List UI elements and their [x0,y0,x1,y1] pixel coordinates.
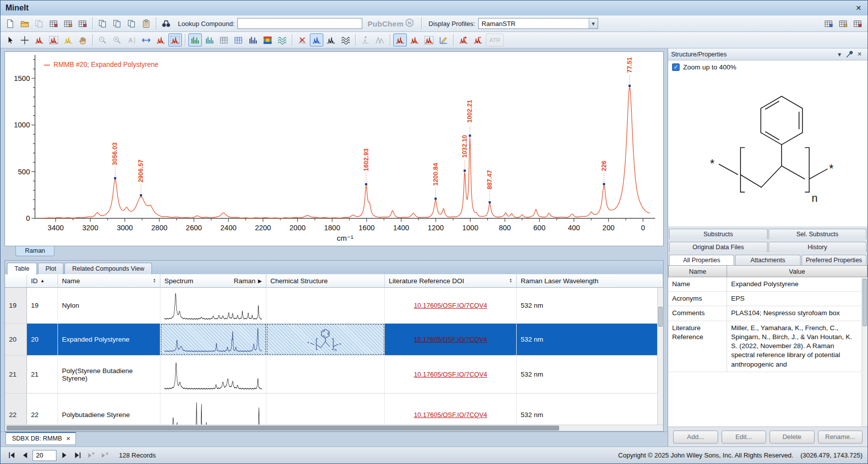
region-select-tool-icon[interactable] [47,33,60,46]
peak-pick-tool-icon[interactable] [32,33,46,46]
atr-correction-button[interactable]: ATR [486,33,504,46]
property-row[interactable]: Name Expanded Polystyrene [668,277,862,292]
tick-marks-icon[interactable] [217,33,231,46]
copy-structure-icon[interactable] [110,17,124,30]
column-header-id[interactable]: ID ▲ [27,274,58,287]
tab-raman[interactable]: Raman [15,246,54,256]
table-row[interactable]: 22 22 Polybutadiene Styrene 10.17605/OSF… [5,394,663,425]
column-header-doi[interactable]: Literature Reference DOI ▲▼ [385,274,517,287]
column-header-chemical-structure[interactable]: Chemical Structure [266,274,385,287]
all-peaks-icon[interactable] [393,33,407,46]
peaks-display-icon[interactable] [154,33,167,46]
cell-structure[interactable] [266,394,385,425]
full-scale-x-icon[interactable] [139,33,153,46]
sort-ascending-icon[interactable]: ▲ [40,278,45,283]
table-add-icon[interactable] [47,17,60,30]
column-header-spectrum[interactable]: Spectrum Raman ▶ [160,274,266,287]
first-record-button[interactable] [5,450,17,461]
tab-all-properties[interactable]: All Properties [669,255,734,265]
compare-peaks-icon[interactable] [373,33,387,46]
expand-column-icon[interactable]: ▶ [258,278,262,284]
table-export-icon[interactable] [76,17,89,30]
grid-header-value[interactable]: Value [727,265,868,277]
sort-toggle-icon[interactable]: ▲▼ [509,278,512,283]
doi-link[interactable]: 10.17605/OSF.IO/7CQV4 [414,371,487,378]
close-tab-icon[interactable]: ✕ [66,436,70,442]
spectrum-display-1-icon[interactable] [324,33,338,46]
axes-display-icon[interactable] [203,33,216,46]
open-file-icon[interactable] [18,17,31,30]
cell-spectrum[interactable] [160,356,266,393]
table-horizontal-scrollbar[interactable] [5,425,663,431]
structure-drawing[interactable]: * * n [672,71,864,223]
grid-header-name[interactable]: Name [668,265,727,277]
scrollbar-thumb[interactable] [6,426,559,431]
hide-spectrum-icon[interactable] [295,33,309,46]
doi-link[interactable]: 10.17605/OSF.IO/7CQV4 [414,302,487,309]
rename-button[interactable]: Rename... [818,431,863,444]
display-profiles-dropdown[interactable]: RamanSTR ▼ [478,18,598,29]
copy-spectrum-icon[interactable] [125,17,138,30]
column-header-name[interactable]: Name ▲▼ [58,274,160,287]
annotate-text-icon[interactable]: A [125,33,138,46]
tab-substructs[interactable]: Substructs [669,229,768,239]
major-peaks-icon[interactable] [408,33,421,46]
panel-menu-icon[interactable]: ▼ [835,50,845,59]
tab-attachments[interactable]: Attachments [735,255,800,265]
show-spectrum-icon[interactable] [310,33,323,46]
record-number-input[interactable] [32,450,56,461]
panel-close-icon[interactable]: ✕ [855,50,865,59]
table-structure-view-icon[interactable] [837,17,850,30]
baseline-edit-icon[interactable] [437,33,450,46]
grid-display-icon[interactable] [188,33,202,46]
offset-spectra-icon[interactable] [359,33,372,46]
cell-spectrum[interactable] [160,394,266,425]
heatmap-view-icon[interactable] [261,33,274,46]
property-row[interactable]: Literature Reference Miller, E., Yamahar… [668,321,862,372]
crosshair-tool-icon[interactable] [18,33,31,46]
table-row[interactable]: 21 21 Poly(Styrene Butadiene Styrene) 10… [5,356,663,394]
property-row[interactable]: Acronyms EPS [668,292,862,306]
zoom-out-icon[interactable] [96,33,109,46]
table-row[interactable]: 19 19 Nylon 10.17605/OSF.IO/7CQV4 532 nm [5,288,663,324]
column-header-wavelength[interactable]: Raman Laser Wavelength [517,274,663,287]
table-row-selected[interactable]: 20 20 Expanded Polystyrene [5,324,663,356]
tab-history[interactable]: History [769,242,867,252]
new-record-button[interactable] [85,450,97,461]
pan-hand-icon[interactable] [76,33,89,46]
paste-icon[interactable] [139,17,153,30]
add-peak-icon[interactable] [457,33,470,46]
table-report-icon[interactable] [851,17,865,30]
zoom-in-icon[interactable] [110,33,124,46]
zoom-checkbox[interactable]: ✓ [672,63,680,71]
chevron-down-icon[interactable]: ▼ [589,18,598,28]
doi-link[interactable]: 10.17605/OSF.IO/7CQV4 [414,411,487,419]
next-record-button[interactable] [58,450,70,461]
tab-table[interactable]: Table [7,263,37,275]
tab-sdbx-db-rmmb[interactable]: SDBX DB: RMMB ✕ [5,432,76,445]
doi-link[interactable]: 10.17605/OSF.IO/7CQV4 [414,336,487,343]
new-document-icon[interactable] [3,17,17,30]
add-button[interactable]: Add... [673,431,718,444]
table-vertical-scrollbar[interactable] [657,288,663,425]
cell-structure[interactable] [266,356,385,393]
delete-button[interactable]: Delete [770,431,815,444]
delete-record-button[interactable] [98,450,110,461]
tab-sel-substructs[interactable]: Sel. Substructs [769,229,867,239]
previous-record-button[interactable] [19,450,31,461]
window-close-button[interactable]: ✕ [851,2,867,14]
scrollbar-thumb[interactable] [863,279,867,326]
save-icon[interactable] [32,17,46,30]
find-compound-icon[interactable] [159,17,173,30]
cell-structure[interactable]: * * n [266,324,385,355]
edit-button[interactable]: Edit... [722,431,767,444]
select-cursor-icon[interactable] [3,33,17,46]
tab-related-compounds-view[interactable]: Related Compounds View [64,263,151,274]
property-row[interactable]: Comments PLAS104; Nespresso styrofoam bo… [668,306,862,321]
cell-spectrum[interactable] [160,288,266,323]
scrollbar-thumb[interactable] [658,307,663,327]
spectrum-display-2-icon[interactable] [339,33,352,46]
threshold-peaks-icon[interactable] [422,33,436,46]
peak-labels-icon[interactable] [168,33,182,46]
cell-structure[interactable] [266,288,385,323]
